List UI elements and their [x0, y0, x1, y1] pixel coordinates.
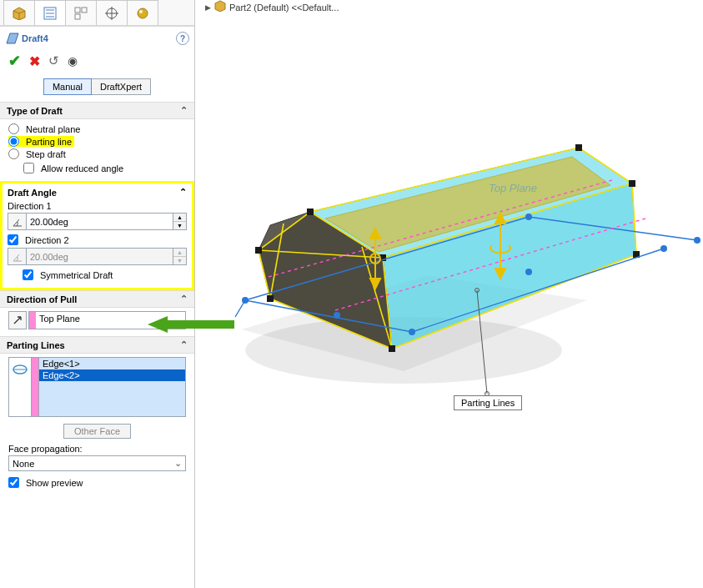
accept-icon[interactable]: ✔ [8, 52, 21, 70]
parting-lines-list[interactable]: Edge<1> Edge<2> [39, 358, 185, 416]
viewport-tooltip: Parting Lines [454, 395, 522, 410]
tab-display-manager[interactable] [127, 0, 158, 25]
parting-lines-selection-box: Edge<1> Edge<2> [8, 357, 186, 417]
other-face-button: Other Face [63, 424, 131, 439]
radio-neutral-input[interactable] [8, 123, 19, 134]
chevron-down-icon: ⌄ [174, 458, 182, 469]
tab-configuration-manager[interactable] [65, 0, 97, 25]
chevron-up-icon: ⌃ [180, 339, 188, 350]
section-label: Direction of Pull [7, 294, 77, 304]
mode-toggle: Manual DraftXpert [0, 75, 194, 102]
svg-point-42 [409, 329, 415, 335]
help-icon[interactable]: ? [176, 32, 189, 45]
mode-draftxpert-button[interactable]: DraftXpert [92, 78, 151, 95]
mode-manual-button[interactable]: Manual [43, 78, 92, 95]
undo-icon[interactable]: ↺ [48, 53, 59, 68]
svg-point-43 [660, 245, 667, 252]
direction1-label: Direction 1 [8, 201, 187, 211]
list-item[interactable]: Edge<1> [39, 358, 185, 369]
direction2-spinner: ▲▼ [8, 248, 187, 265]
draft-angle-group: Draft Angle ⌃ Direction 1 ▲▼ Direction 2… [0, 181, 194, 290]
section-parting-lines-body: Edge<1> Edge<2> Other Face Face propagat… [0, 354, 194, 495]
check-direction2[interactable]: Direction 2 [8, 234, 187, 246]
cube-icon [13, 7, 26, 20]
detailed-preview-icon[interactable]: ◉ [68, 54, 78, 68]
accept-cancel-row: ✔ ✖ ↺ ◉ [0, 50, 194, 75]
appearance-icon [136, 7, 149, 20]
feature-title-bar: Draft4 ? [0, 27, 194, 50]
plane-label: Top Plane [489, 182, 537, 194]
check-label: Allow reduced angle [41, 163, 123, 173]
section-type-of-draft-header[interactable]: Type of Draft ⌃ [0, 102, 194, 119]
svg-rect-9 [82, 8, 87, 13]
select-value: None [13, 459, 34, 469]
check-label: Direction 2 [25, 235, 69, 245]
direction1-spin-buttons[interactable]: ▲▼ [173, 213, 187, 230]
radio-parting-line[interactable]: Parting line [8, 135, 186, 148]
list-item[interactable]: Edge<2> [39, 369, 185, 381]
annotation-arrow [148, 316, 234, 333]
parting-lines-icon [9, 358, 31, 416]
properties-icon [43, 7, 57, 20]
check-allow-reduced[interactable]: Allow reduced angle [8, 162, 186, 174]
face-propagation-select[interactable]: None ⌄ [8, 455, 186, 471]
section-parting-lines-header[interactable]: Parting Lines ⌃ [0, 336, 194, 354]
angle-icon [8, 213, 26, 230]
check-allow-reduced-input[interactable] [23, 163, 34, 173]
svg-rect-38 [255, 247, 262, 254]
radio-step-input[interactable] [8, 148, 19, 159]
check-label: Show preview [26, 478, 83, 488]
check-symmetrical-draft[interactable]: Symmetrical Draft [8, 269, 187, 281]
section-label: Parting Lines [7, 340, 65, 350]
svg-rect-10 [75, 14, 80, 19]
svg-rect-34 [629, 180, 635, 187]
svg-point-46 [334, 312, 340, 319]
svg-rect-32 [307, 209, 314, 215]
svg-marker-16 [7, 33, 18, 43]
tab-property-manager[interactable] [34, 0, 66, 25]
section-direction-of-pull-header[interactable]: Direction of Pull ⌃ [0, 290, 194, 308]
draft-feature-icon [5, 32, 22, 45]
tab-feature-manager[interactable] [3, 0, 35, 25]
property-manager-panel: Draft4 ? ✔ ✖ ↺ ◉ Manual DraftXpert Type … [0, 0, 195, 588]
svg-point-41 [242, 297, 249, 304]
chevron-up-icon: ⌃ [180, 294, 188, 304]
tab-dimxpert[interactable] [96, 0, 128, 25]
feature-title: Draft4 [22, 33, 176, 43]
reverse-direction-button[interactable] [8, 311, 27, 329]
svg-point-47 [525, 269, 532, 275]
svg-point-45 [525, 214, 532, 220]
graphics-viewport[interactable]: ▶ Part2 (Default) <<Default... [195, 0, 703, 588]
radio-parting-input[interactable] [8, 136, 19, 147]
radio-label: Step draft [26, 149, 66, 159]
target-icon [105, 7, 118, 20]
radio-neutral-plane[interactable]: Neutral plane [8, 123, 186, 135]
panel-tabstrip [0, 0, 194, 27]
svg-rect-36 [389, 345, 395, 352]
check-show-preview-input[interactable] [8, 477, 19, 488]
direction2-input [26, 248, 173, 265]
radio-label: Neutral plane [26, 124, 80, 134]
radio-label: Parting line [26, 137, 72, 147]
svg-point-14 [138, 8, 148, 18]
cancel-icon[interactable]: ✖ [29, 53, 40, 69]
svg-rect-39 [267, 295, 274, 302]
chevron-up-icon: ⌃ [180, 105, 188, 116]
model-preview: Top Plane [195, 0, 703, 588]
selection-color-swatch [29, 312, 36, 329]
svg-marker-20 [148, 316, 168, 333]
angle-icon [8, 248, 26, 265]
svg-point-15 [139, 10, 143, 13]
check-label: Symmetrical Draft [40, 270, 113, 280]
check-direction2-input[interactable] [8, 234, 18, 245]
direction1-input[interactable] [26, 213, 173, 230]
radio-step-draft[interactable]: Step draft [8, 148, 186, 160]
face-propagation-label: Face propagation: [8, 444, 186, 454]
check-symmetrical-input[interactable] [23, 269, 33, 280]
svg-rect-33 [575, 144, 582, 151]
svg-rect-19 [166, 320, 234, 329]
direction2-spin-buttons: ▲▼ [173, 248, 187, 265]
check-show-preview[interactable]: Show preview [8, 476, 186, 489]
section-label: Type of Draft [7, 106, 63, 116]
chevron-up-icon: ⌃ [179, 187, 187, 198]
